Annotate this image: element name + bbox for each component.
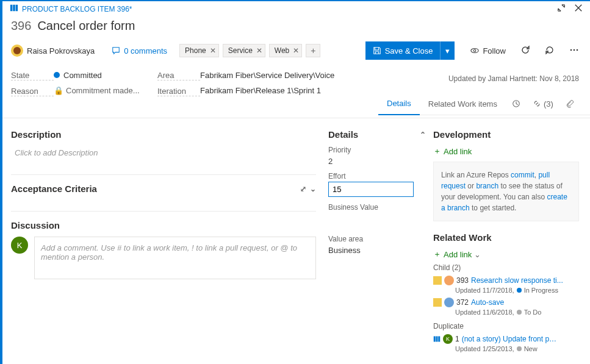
business-value-label: Business Value xyxy=(328,203,426,212)
effort-label: Effort xyxy=(328,172,426,180)
work-item-type-icon xyxy=(10,4,18,14)
tag-remove-icon[interactable]: ✕ xyxy=(293,46,299,55)
svg-point-3 xyxy=(471,49,478,53)
discussion-heading: Discussion xyxy=(11,220,316,230)
value-area-label: Value area xyxy=(328,235,426,243)
chevron-down-icon: ⌄ xyxy=(474,250,481,259)
chevron-down-icon[interactable]: ⌄ xyxy=(310,185,316,193)
state-label: State xyxy=(11,71,54,80)
tag-item[interactable]: Web✕ xyxy=(269,44,302,57)
svg-point-4 xyxy=(474,49,477,52)
pbi-icon xyxy=(433,335,441,343)
priority-label: Priority xyxy=(328,146,426,154)
lock-icon: 🔒 xyxy=(54,86,63,95)
child-group-label: Child (2) xyxy=(433,263,579,272)
effort-input[interactable] xyxy=(328,182,414,197)
expand-icon[interactable]: ⤢ xyxy=(300,185,306,193)
tag-remove-icon[interactable]: ✕ xyxy=(256,46,262,55)
area-label: Area xyxy=(157,71,200,80)
attachment-icon xyxy=(566,99,574,108)
tab-details[interactable]: Details xyxy=(378,93,420,115)
dev-add-link-button[interactable]: ＋ Add link xyxy=(433,146,579,157)
comments-count: 0 comments xyxy=(124,46,167,55)
value-area-value[interactable]: Business xyxy=(328,246,426,255)
state-value[interactable]: Committed xyxy=(54,71,157,80)
iteration-label: Iteration xyxy=(157,87,200,96)
related-work-heading: Related Work xyxy=(433,232,579,243)
svg-point-7 xyxy=(577,49,578,51)
link-commit[interactable]: commit xyxy=(511,171,534,179)
avatar xyxy=(444,298,454,307)
svg-rect-10 xyxy=(436,337,438,342)
avatar xyxy=(11,45,23,57)
description-field[interactable]: Click to add Description xyxy=(11,146,316,170)
current-user-avatar: K xyxy=(11,237,28,254)
state-dot-icon xyxy=(517,346,522,351)
details-heading: Details ⌃ xyxy=(328,129,426,140)
eye-icon xyxy=(470,46,479,55)
state-dot-icon xyxy=(517,310,522,315)
link-icon xyxy=(533,99,541,108)
restore-icon[interactable] xyxy=(557,4,566,14)
discussion-input[interactable]: Add a comment. Use # to link a work item… xyxy=(34,237,316,279)
svg-rect-0 xyxy=(10,5,13,12)
svg-point-6 xyxy=(574,49,575,51)
more-icon[interactable] xyxy=(569,45,579,57)
description-heading: Description xyxy=(11,129,316,140)
tag-list: Phone✕ Service✕ Web✕ + xyxy=(179,44,320,57)
follow-button[interactable]: Follow xyxy=(470,46,506,55)
history-icon xyxy=(512,99,520,108)
duplicate-group-label: Duplicate xyxy=(433,322,579,330)
task-icon xyxy=(433,298,442,307)
tab-related[interactable]: Related Work items xyxy=(420,93,506,115)
save-icon xyxy=(373,46,381,55)
refresh-icon[interactable] xyxy=(520,45,530,57)
tab-links[interactable]: (3) xyxy=(527,93,559,115)
save-close-button[interactable]: Save & Close ▾ xyxy=(365,41,455,60)
save-dropdown[interactable]: ▾ xyxy=(440,41,455,60)
assignee-picker[interactable]: Raisa Pokrovskaya xyxy=(11,45,95,57)
reason-label: Reason xyxy=(11,87,54,96)
add-tag-button[interactable]: + xyxy=(306,44,320,57)
comment-icon xyxy=(112,46,120,55)
related-item-link[interactable]: Research slow response ti... xyxy=(471,276,563,285)
collapse-icon[interactable]: ⌃ xyxy=(420,130,426,139)
window-title: PRODUCT BACKLOG ITEM 396* xyxy=(22,5,549,13)
development-hint: Link an Azure Repos commit, pull request… xyxy=(433,162,579,221)
avatar xyxy=(444,276,454,285)
svg-point-5 xyxy=(570,49,572,51)
comments-button[interactable]: 0 comments xyxy=(112,46,167,55)
item-title[interactable]: Cancel order form xyxy=(37,19,135,33)
undo-icon[interactable] xyxy=(545,45,555,57)
development-heading: Development xyxy=(433,129,579,140)
tag-remove-icon[interactable]: ✕ xyxy=(210,46,216,55)
iteration-value[interactable]: Fabrikam Fiber\Release 1\Sprint 1 xyxy=(200,86,383,95)
related-item-link[interactable]: Auto-save xyxy=(471,298,504,307)
priority-value[interactable]: 2 xyxy=(328,157,426,166)
acceptance-heading: Acceptance Criteria ⤢ ⌄ xyxy=(11,184,316,194)
reason-value[interactable]: 🔒Commitment made... xyxy=(54,86,157,95)
tab-attachments[interactable] xyxy=(559,93,580,115)
svg-rect-1 xyxy=(13,5,15,12)
related-add-link-button[interactable]: ＋ Add link ⌄ xyxy=(433,249,579,260)
updated-by-text: Updated by Jamal Hartnett: Nov 8, 2018 xyxy=(448,74,579,83)
svg-rect-11 xyxy=(438,337,440,342)
tag-item[interactable]: Service✕ xyxy=(223,44,265,57)
area-value[interactable]: Fabrikam Fiber\Service Delivery\Voice xyxy=(200,71,383,80)
state-dot-icon xyxy=(54,72,60,78)
related-item-link[interactable]: (not a story) Update front pa... xyxy=(462,335,559,343)
related-item[interactable]: 372 Auto-save Updated 11/6/2018,To Do xyxy=(433,298,579,316)
link-branch[interactable]: branch xyxy=(476,182,498,190)
item-id: 396 xyxy=(11,19,31,33)
avatar: K xyxy=(443,334,453,344)
tag-item[interactable]: Phone✕ xyxy=(179,44,219,57)
related-item[interactable]: K 1 (not a story) Update front pa... Upd… xyxy=(433,334,579,352)
task-icon xyxy=(433,276,442,285)
plus-icon: ＋ xyxy=(433,249,441,260)
tab-history[interactable] xyxy=(506,93,527,115)
state-dot-icon xyxy=(517,288,522,293)
close-icon[interactable] xyxy=(574,4,583,14)
assignee-name: Raisa Pokrovskaya xyxy=(27,46,95,55)
related-item[interactable]: 393 Research slow response ti... Updated… xyxy=(433,276,579,294)
svg-rect-9 xyxy=(434,337,436,342)
